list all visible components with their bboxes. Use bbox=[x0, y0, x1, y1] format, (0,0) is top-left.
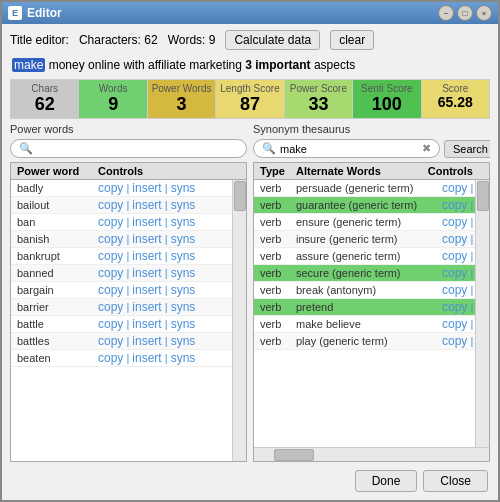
close-button[interactable]: × bbox=[476, 5, 492, 21]
type-cell: verb bbox=[256, 199, 296, 211]
copy-link[interactable]: copy bbox=[98, 317, 123, 331]
controls-cell[interactable]: copy | insert | syns bbox=[98, 317, 244, 331]
table-row: ban copy | insert | syns bbox=[11, 214, 246, 231]
syns-link[interactable]: syns bbox=[171, 249, 196, 263]
scroll-thumb[interactable] bbox=[234, 181, 246, 211]
stat-chars: Chars 62 bbox=[11, 80, 79, 118]
insert-link[interactable]: insert bbox=[132, 266, 161, 280]
stat-chars-label: Chars bbox=[31, 83, 58, 94]
copy-link[interactable]: copy bbox=[98, 249, 123, 263]
left-search-box: 🔍 bbox=[10, 139, 247, 158]
syns-link[interactable]: syns bbox=[171, 283, 196, 297]
copy-link[interactable]: copy bbox=[98, 283, 123, 297]
syns-link[interactable]: syns bbox=[171, 215, 196, 229]
controls-cell[interactable]: copy | insert | syns bbox=[98, 232, 244, 246]
headline-highlight: make bbox=[12, 58, 45, 72]
table-row: verb secure (generic term) copy | in bbox=[254, 265, 489, 282]
syns-link[interactable]: syns bbox=[171, 232, 196, 246]
horizontal-scroll-thumb[interactable] bbox=[274, 449, 314, 461]
controls-cell[interactable]: copy | insert | syns bbox=[98, 334, 244, 348]
stat-power-label: Power Words bbox=[152, 83, 212, 94]
controls-cell[interactable]: copy | insert | syns bbox=[98, 181, 244, 195]
copy-link[interactable]: copy bbox=[442, 300, 467, 314]
controls-cell[interactable]: copy | insert | syns bbox=[98, 266, 244, 280]
syns-link[interactable]: syns bbox=[171, 181, 196, 195]
syns-link[interactable]: syns bbox=[171, 317, 196, 331]
horizontal-scrollbar[interactable] bbox=[254, 447, 489, 461]
copy-link[interactable]: copy bbox=[442, 215, 467, 229]
stat-pscore-value: 33 bbox=[308, 94, 328, 115]
copy-link[interactable]: copy bbox=[442, 317, 467, 331]
type-cell: verb bbox=[256, 182, 296, 194]
insert-link[interactable]: insert bbox=[132, 317, 161, 331]
insert-link[interactable]: insert bbox=[132, 249, 161, 263]
close-button[interactable]: Close bbox=[423, 470, 488, 492]
controls-cell[interactable]: copy | insert | syns bbox=[98, 283, 244, 297]
syns-link[interactable]: syns bbox=[171, 334, 196, 348]
copy-link[interactable]: copy bbox=[98, 300, 123, 314]
vertical-scrollbar[interactable] bbox=[232, 180, 246, 461]
syns-link[interactable]: syns bbox=[171, 266, 196, 280]
syns-link[interactable]: syns bbox=[171, 198, 196, 212]
copy-link[interactable]: copy bbox=[442, 198, 467, 212]
type-cell: verb bbox=[256, 267, 296, 279]
stats-bar: Chars 62 Words 9 Power Words 3 Length Sc… bbox=[10, 79, 490, 119]
controls-cell[interactable]: copy | insert | syns bbox=[98, 249, 244, 263]
controls-cell[interactable]: copy | insert | syns bbox=[98, 300, 244, 314]
stat-senti: Senti Score 100 bbox=[353, 80, 421, 118]
table-row: battles copy | insert | syns bbox=[11, 333, 246, 350]
stat-words-label: Words bbox=[99, 83, 128, 94]
copy-link[interactable]: copy bbox=[98, 198, 123, 212]
insert-link[interactable]: insert bbox=[132, 181, 161, 195]
done-button[interactable]: Done bbox=[355, 470, 418, 492]
copy-link[interactable]: copy bbox=[442, 334, 467, 348]
insert-link[interactable]: insert bbox=[132, 198, 161, 212]
table-row: verb ensure (generic term) copy | in bbox=[254, 214, 489, 231]
right-search-input[interactable] bbox=[280, 143, 418, 155]
right-scroll-thumb[interactable] bbox=[477, 181, 489, 211]
headline: make money online with affiliate marketi… bbox=[10, 54, 490, 75]
table-row: barrier copy | insert | syns bbox=[11, 299, 246, 316]
controls-cell[interactable]: copy | insert | syns bbox=[98, 198, 244, 212]
alt-cell: persuade (generic term) bbox=[296, 182, 442, 194]
copy-link[interactable]: copy bbox=[442, 249, 467, 263]
maximize-button[interactable]: □ bbox=[457, 5, 473, 21]
insert-link[interactable]: insert bbox=[132, 334, 161, 348]
controls-cell[interactable]: copy | insert | syns bbox=[98, 215, 244, 229]
right-vertical-scrollbar[interactable] bbox=[475, 180, 489, 447]
copy-link[interactable]: copy bbox=[442, 283, 467, 297]
search-icon: 🔍 bbox=[19, 142, 33, 155]
col-alt-words: Alternate Words bbox=[296, 165, 428, 177]
copy-link[interactable]: copy bbox=[98, 181, 123, 195]
headline-end: aspects bbox=[311, 58, 356, 72]
window-controls: − □ × bbox=[438, 5, 492, 21]
insert-link[interactable]: insert bbox=[132, 300, 161, 314]
controls-cell[interactable]: copy | insert | syns bbox=[98, 351, 244, 365]
clear-search-icon[interactable]: ✖ bbox=[422, 142, 431, 155]
stat-words: Words 9 bbox=[79, 80, 147, 118]
clear-button[interactable]: clear bbox=[330, 30, 374, 50]
insert-link[interactable]: insert bbox=[132, 351, 161, 365]
syns-link[interactable]: syns bbox=[171, 300, 196, 314]
editor-window: E Editor − □ × Title editor: Characters:… bbox=[0, 0, 500, 502]
title-bar: E Editor − □ × bbox=[2, 2, 498, 24]
insert-link[interactable]: insert bbox=[132, 215, 161, 229]
copy-link[interactable]: copy bbox=[98, 351, 123, 365]
copy-link[interactable]: copy bbox=[442, 266, 467, 280]
stat-senti-value: 100 bbox=[372, 94, 402, 115]
copy-link[interactable]: copy bbox=[442, 232, 467, 246]
calculate-button[interactable]: Calculate data bbox=[225, 30, 320, 50]
word-cell: bargain bbox=[13, 284, 98, 296]
copy-link[interactable]: copy bbox=[98, 266, 123, 280]
insert-link[interactable]: insert bbox=[132, 283, 161, 297]
copy-link[interactable]: copy bbox=[98, 232, 123, 246]
copy-link[interactable]: copy bbox=[98, 215, 123, 229]
search-button[interactable]: Search bbox=[444, 140, 490, 158]
syns-link[interactable]: syns bbox=[171, 351, 196, 365]
insert-link[interactable]: insert bbox=[132, 232, 161, 246]
copy-link[interactable]: copy bbox=[98, 334, 123, 348]
copy-link[interactable]: copy bbox=[442, 181, 467, 195]
left-search-input[interactable] bbox=[37, 143, 238, 155]
minimize-button[interactable]: − bbox=[438, 5, 454, 21]
col-rcontrols: Controls bbox=[428, 165, 473, 177]
